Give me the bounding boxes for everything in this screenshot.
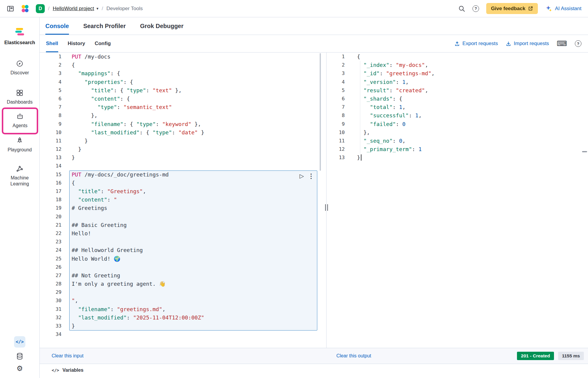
code-text: "type": "semantic_text" (64, 103, 172, 111)
code-line[interactable]: 8 }, (45, 111, 324, 120)
code-line[interactable]: 3 "mappings": { (45, 69, 324, 78)
code-line[interactable]: 5 "result": "created", (329, 86, 588, 95)
code-text: "content": { (64, 95, 130, 103)
output-scrollbar-thumb[interactable] (582, 151, 587, 152)
code-line[interactable]: 33} (45, 322, 324, 330)
import-requests-button[interactable]: Import requests (506, 41, 549, 47)
chevron-down-icon[interactable]: ▾ (96, 6, 98, 11)
code-line[interactable]: 6 "content": { (45, 95, 324, 103)
line-number: 26 (45, 263, 64, 271)
code-line[interactable]: 5 "title": { "type": "text" }, (45, 86, 324, 95)
code-line[interactable]: 6 "_shards": { (329, 95, 588, 103)
keyboard-shortcuts-icon[interactable]: ⌨ (557, 40, 567, 47)
search-button[interactable] (458, 5, 465, 12)
clear-output-link[interactable]: Clear this output (336, 353, 371, 359)
code-line[interactable]: 21## Basic Greeting (45, 221, 324, 229)
line-number: 9 (329, 120, 347, 128)
code-line[interactable]: 18 "content": " (45, 196, 324, 204)
code-line[interactable]: 8 "successful": 1, (329, 111, 588, 120)
code-line[interactable]: 31 "filename": "greetings.md", (45, 305, 324, 314)
code-line[interactable]: 9 "filename": { "type": "keyword" }, (45, 120, 324, 128)
code-line[interactable]: 16{ (45, 179, 324, 187)
export-requests-button[interactable]: Export requests (454, 41, 498, 47)
code-line[interactable]: 23 (45, 238, 324, 246)
code-line[interactable]: 2 "_index": "my-docs", (329, 61, 588, 69)
code-line[interactable]: 7 "type": "semantic_text" (45, 103, 324, 111)
tab-grok-debugger[interactable]: Grok Debugger (140, 17, 184, 35)
request-options-button[interactable]: ⋮ (308, 173, 314, 179)
code-line[interactable]: 9 "failed": 0 (329, 120, 588, 128)
code-text: } (64, 137, 88, 145)
tab-config[interactable]: Config (95, 35, 111, 52)
code-line[interactable]: 3 "_id": "greetings-md", (329, 69, 588, 78)
code-line[interactable]: 14 (45, 162, 324, 170)
code-line[interactable]: 4 "properties": { (45, 78, 324, 86)
run-request-button[interactable]: ▷ (299, 173, 304, 179)
project-avatar[interactable]: D (36, 4, 45, 13)
console-help-icon[interactable]: ? (575, 40, 581, 47)
code-line[interactable]: 11 } (45, 137, 324, 145)
code-line[interactable]: 13} (45, 153, 324, 162)
sidebar-item-label: Agents (4, 123, 36, 129)
tab-shell[interactable]: Shell (46, 35, 58, 52)
code-line[interactable]: 30", (45, 296, 324, 305)
code-text: "mappings": { (64, 69, 120, 78)
code-line[interactable]: 2{ (45, 61, 324, 69)
tab-console[interactable]: Console (45, 17, 69, 35)
line-number: 11 (45, 137, 64, 145)
tab-search-profiler[interactable]: Search Profiler (83, 17, 126, 35)
code-line[interactable]: 10 }, (329, 128, 588, 137)
breadcrumb-project-link[interactable]: HelloWorld project (53, 6, 94, 12)
line-number: 2 (329, 61, 347, 69)
variables-accordion[interactable]: </> Variables (40, 364, 588, 377)
discover-icon (16, 60, 24, 67)
data-management-button[interactable] (16, 352, 24, 360)
code-line[interactable]: 4 "_version": 1, (329, 78, 588, 86)
sidebar-item-discover[interactable]: Discover (0, 60, 39, 76)
sidebar-item-agents[interactable]: Agents (3, 113, 37, 129)
code-line[interactable]: 29 (45, 288, 324, 296)
sidebar-item-machine-learning[interactable]: Machine Learning (0, 165, 39, 187)
code-line[interactable]: 24## Helloworld Greeting (45, 246, 324, 254)
ai-assistant-button[interactable]: AI Assistant (545, 5, 581, 12)
line-number: 7 (329, 103, 347, 111)
code-line[interactable]: 27## Not Greeting (45, 271, 324, 280)
code-line[interactable]: 12 } (45, 145, 324, 153)
app-menu-button[interactable] (7, 5, 14, 13)
clear-input-link[interactable]: Clear this input (52, 353, 84, 358)
code-line[interactable]: 1PUT /my-docs (45, 53, 324, 61)
response-time-badge: 1155 ms (558, 352, 584, 360)
help-icon[interactable]: ? (472, 5, 479, 12)
code-text: "_primary_term": 1 (347, 145, 422, 153)
code-line[interactable]: 34 (45, 330, 324, 339)
code-text: "filename": { "type": "keyword" }, (64, 120, 201, 128)
dev-tools-button[interactable]: </> (14, 336, 25, 348)
code-line[interactable]: 13} (329, 153, 588, 162)
code-text: "title": "Greetings", (64, 187, 146, 196)
code-line[interactable]: 10 "last_modified": { "type": "date" } (45, 128, 324, 137)
give-feedback-button[interactable]: Give feedback (486, 3, 538, 14)
code-line[interactable]: 22Hello! (45, 229, 324, 238)
code-line[interactable]: 26 (45, 263, 324, 271)
sidebar-item-playground[interactable]: Playground (0, 137, 39, 153)
sidebar-item-dashboards[interactable]: Dashboards (0, 89, 39, 105)
code-line[interactable]: 28I'm only a greeting agent. 👋 (45, 280, 324, 288)
code-line[interactable]: 25Hello World! 🌍 (45, 255, 324, 263)
input-scrollbar-thumb[interactable] (320, 53, 321, 171)
code-line[interactable]: 1{ (329, 53, 588, 61)
code-line[interactable]: 12 "_primary_term": 1 (329, 145, 588, 153)
code-line[interactable]: 19# Greetings (45, 204, 324, 212)
database-icon (16, 352, 24, 360)
code-line[interactable]: 32 "last_modified": "2025-11-04T12:00:00… (45, 314, 324, 322)
pane-splitter[interactable] (324, 53, 329, 348)
code-line[interactable]: 15PUT /my-docs/_doc/greetings-md (45, 170, 324, 179)
splitter-handle-icon[interactable] (325, 204, 328, 211)
code-line[interactable]: 20 (45, 213, 324, 221)
tab-history[interactable]: History (68, 35, 85, 52)
code-line[interactable]: 7 "total": 1, (329, 103, 588, 111)
code-line[interactable]: 11 "_seq_no": 0, (329, 137, 588, 145)
code-line[interactable]: 17 "title": "Greetings", (45, 187, 324, 196)
settings-button[interactable]: ⚙ (16, 365, 23, 372)
code-text: } (64, 153, 75, 162)
line-number: 29 (45, 288, 64, 296)
